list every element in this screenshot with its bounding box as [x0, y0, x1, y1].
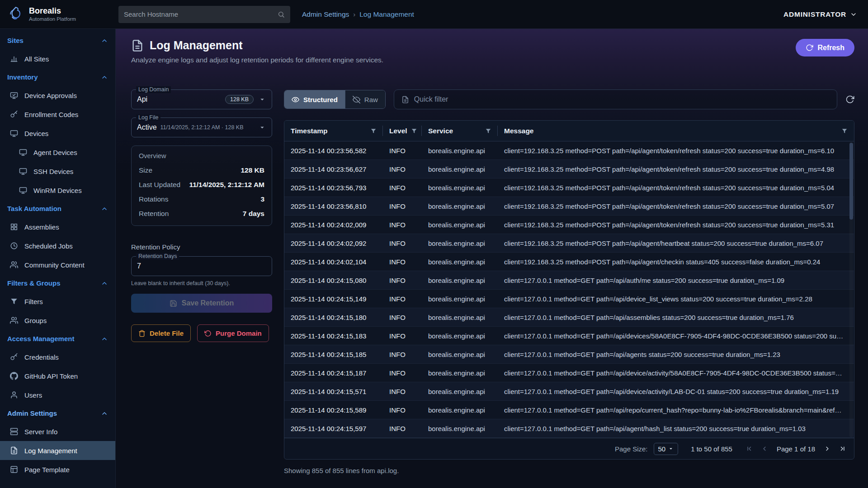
size-badge: 128 KB: [225, 95, 254, 104]
log-row[interactable]: 2025-11-14 00:24:15,080INFOborealis.engi…: [284, 271, 854, 290]
hostname-search[interactable]: [118, 6, 290, 23]
log-domain-select[interactable]: Log Domain Api 128 KB: [131, 89, 272, 109]
column-header-message[interactable]: Message: [498, 121, 854, 141]
log-level: INFO: [383, 419, 422, 437]
log-row[interactable]: 2025-11-14 00:24:15,597INFOborealis.engi…: [284, 419, 854, 438]
retention-days-input[interactable]: [137, 262, 266, 270]
log-row[interactable]: 2025-11-14 00:24:15,149INFOborealis.engi…: [284, 290, 854, 308]
log-row[interactable]: 2025-11-14 00:23:56,793INFOborealis.engi…: [284, 178, 854, 197]
search-input[interactable]: [124, 10, 278, 18]
column-header-service[interactable]: Service: [422, 121, 498, 141]
delete-file-button[interactable]: Delete File: [131, 324, 191, 342]
sidebar-item-label: All Sites: [24, 55, 49, 63]
breadcrumb-item-log-management[interactable]: Log Management: [359, 10, 414, 19]
column-header-timestamp[interactable]: Timestamp: [284, 121, 383, 141]
sidebar-item-users[interactable]: Users: [0, 385, 115, 404]
quick-filter[interactable]: [394, 89, 837, 109]
prev-page-button[interactable]: [760, 445, 769, 453]
log-message: client=127.0.0.1 method=GET path=/api/de…: [498, 327, 854, 345]
filter-icon[interactable]: [485, 128, 491, 134]
log-row[interactable]: 2025-11-14 00:24:15,571INFOborealis.engi…: [284, 382, 854, 401]
log-row[interactable]: 2025-11-14 00:23:56,627INFOborealis.engi…: [284, 160, 854, 178]
refresh-button[interactable]: Refresh: [796, 39, 854, 56]
log-row[interactable]: 2025-11-14 00:24:02,009INFOborealis.engi…: [284, 216, 854, 234]
filter-icon[interactable]: [370, 128, 377, 134]
sidebar-item-groups[interactable]: Groups: [0, 311, 115, 330]
retention-days-field[interactable]: Retention Days: [131, 256, 272, 276]
column-header-level[interactable]: Level: [383, 121, 422, 141]
monitor-icon: [19, 186, 27, 194]
next-page-button[interactable]: [823, 445, 831, 453]
sidebar-item-assemblies[interactable]: Assemblies: [0, 217, 115, 236]
scrollbar-thumb[interactable]: [849, 143, 853, 220]
log-file-select[interactable]: Log File Active 11/14/2025, 2:12:12 AM ·…: [131, 117, 272, 137]
overview-card: Overview Size128 KBLast Updated11/14/202…: [131, 145, 272, 226]
raw-toggle[interactable]: Raw: [345, 90, 385, 108]
danger-actions: Delete File Purge Domain: [131, 324, 272, 342]
filter-icon[interactable]: [411, 128, 417, 134]
sidebar-item-github-api-token[interactable]: GitHub API Token: [0, 366, 115, 385]
purge-domain-button[interactable]: Purge Domain: [197, 324, 269, 342]
sidebar-section-inventory[interactable]: Inventory: [0, 68, 115, 86]
sidebar-section-filters-groups[interactable]: Filters & Groups: [0, 274, 115, 292]
breadcrumb-item-admin-settings[interactable]: Admin Settings: [302, 10, 349, 19]
people-icon: [10, 316, 18, 324]
log-row[interactable]: 2025-11-14 00:24:15,187INFOborealis.engi…: [284, 364, 854, 382]
log-row[interactable]: 2025-11-14 00:24:02,104INFOborealis.engi…: [284, 253, 854, 271]
log-timestamp: 2025-11-14 00:24:02,104: [284, 253, 383, 271]
log-row[interactable]: 2025-11-14 00:24:02,092INFOborealis.engi…: [284, 234, 854, 253]
log-timestamp: 2025-11-14 00:24:15,597: [284, 419, 383, 437]
sidebar-item-server-info[interactable]: Server Info: [0, 422, 115, 441]
page-size-select[interactable]: 50: [654, 443, 678, 455]
log-row[interactable]: 2025-11-14 00:24:15,185INFOborealis.engi…: [284, 345, 854, 364]
key-icon: [10, 110, 18, 118]
log-viewer-panel: Structured Raw: [284, 89, 854, 488]
log-timestamp: 2025-11-14 00:24:02,092: [284, 234, 383, 252]
structured-toggle[interactable]: Structured: [284, 90, 345, 108]
sidebar-item-agent-devices[interactable]: Agent Devices: [0, 143, 115, 162]
sidebar-section-task-automation[interactable]: Task Automation: [0, 200, 115, 217]
sidebar-item-ssh-devices[interactable]: SSH Devices: [0, 162, 115, 181]
table-refresh-icon[interactable]: [845, 95, 854, 104]
sidebar-item-devices[interactable]: Devices: [0, 124, 115, 143]
log-row[interactable]: 2025-11-14 00:23:56,810INFOborealis.engi…: [284, 197, 854, 216]
section-label: Access Management: [7, 335, 74, 343]
table-body: 2025-11-14 00:23:56,582INFOborealis.engi…: [284, 141, 854, 438]
sidebar-item-device-approvals[interactable]: Device Approvals: [0, 86, 115, 105]
quick-filter-input[interactable]: [414, 95, 830, 103]
log-row[interactable]: 2025-11-14 00:23:56,582INFOborealis.engi…: [284, 141, 854, 160]
delete-file-label: Delete File: [150, 329, 184, 337]
overview-value: 7 days: [243, 210, 264, 218]
user-menu[interactable]: ADMINISTRATOR: [783, 10, 857, 19]
table-pagination: Page Size: 50 1 to 50 of 855 Page 1 of 1…: [284, 438, 854, 459]
table-scrollbar[interactable]: [849, 142, 853, 437]
sidebar-item-page-template[interactable]: Page Template: [0, 460, 115, 479]
sidebar-item-winrm-devices[interactable]: WinRM Devices: [0, 181, 115, 200]
search-icon[interactable]: [278, 11, 285, 18]
log-row[interactable]: 2025-11-14 00:24:15,183INFOborealis.engi…: [284, 327, 854, 345]
brand-subtitle: Automation Platform: [29, 16, 76, 22]
sidebar-section-sites[interactable]: Sites: [0, 32, 115, 49]
log-row[interactable]: 2025-11-14 00:24:15,589INFOborealis.engi…: [284, 401, 854, 419]
retention-hint: Leave blank to inherit default (30 days)…: [131, 280, 272, 286]
sidebar-item-all-sites[interactable]: All Sites: [0, 49, 115, 68]
people-icon: [10, 261, 18, 269]
filter-icon[interactable]: [841, 128, 848, 134]
sidebar-item-scheduled-jobs[interactable]: Scheduled Jobs: [0, 236, 115, 255]
overview-row: Retention7 days: [139, 206, 264, 221]
sidebar-item-label: Device Approvals: [24, 92, 77, 99]
log-row[interactable]: 2025-11-14 00:24:15,180INFOborealis.engi…: [284, 308, 854, 327]
save-retention-button[interactable]: Save Retention: [131, 294, 272, 313]
sidebar-item-credentials[interactable]: Credentials: [0, 347, 115, 366]
log-service: borealis.engine.api: [422, 401, 498, 419]
sidebar-item-enrollment-codes[interactable]: Enrollment Codes: [0, 105, 115, 124]
brand[interactable]: Borealis Automation Platform: [0, 5, 116, 23]
last-page-button[interactable]: [838, 445, 846, 453]
sidebar-item-label: Assemblies: [24, 223, 59, 231]
sidebar-item-log-management[interactable]: Log Management: [0, 441, 115, 460]
sidebar-section-admin-settings[interactable]: Admin Settings: [0, 404, 115, 422]
sidebar-item-filters[interactable]: Filters: [0, 292, 115, 311]
sidebar-item-community-content[interactable]: Community Content: [0, 255, 115, 274]
sidebar-section-access-management[interactable]: Access Management: [0, 330, 115, 347]
first-page-button[interactable]: [746, 445, 754, 453]
